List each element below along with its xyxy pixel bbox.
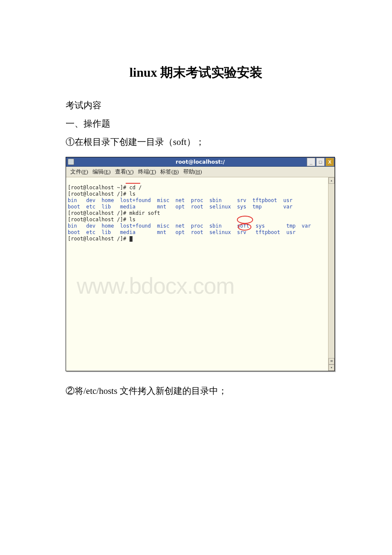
section-heading: 一、操作题 (66, 115, 326, 133)
term-line-dirs: boot etc lib media mnt opt root selinux … (68, 229, 296, 235)
scroll-thumb-icon[interactable]: ≡ (329, 358, 334, 364)
menu-help[interactable]: 帮助(H) (182, 168, 203, 176)
terminal-window: root@localhost:/ _ □ X 文件(F) 编辑(E) 查看(V)… (66, 157, 335, 371)
terminal-body[interactable]: [root@localhost ~]# cd / [root@localhost… (66, 177, 334, 371)
term-line-dirs: bin dev home lost+found misc net proc sb… (68, 197, 292, 203)
annotation-circle-srv (238, 223, 251, 231)
window-titlebar[interactable]: root@localhost:/ _ □ X (66, 157, 334, 167)
page-title: linux 期末考试实验安装 (66, 64, 326, 81)
term-line-dirs: boot etc lib media mnt opt root selinux … (68, 204, 292, 210)
minimize-button[interactable]: _ (307, 158, 315, 166)
menu-view[interactable]: 查看(V) (114, 168, 135, 176)
term-line: [root@localhost /]# ls (68, 191, 135, 197)
menu-file[interactable]: 文件(F) (69, 168, 89, 176)
term-line: [root@localhost ~]# cd / (68, 185, 141, 191)
menubar: 文件(F) 编辑(E) 查看(V) 终端(T) 标签(B) 帮助(H) (66, 167, 334, 177)
annotation-circle-soft (237, 216, 253, 224)
close-button[interactable]: X (326, 158, 334, 166)
maximize-button[interactable]: □ (316, 158, 325, 166)
annotation-underline-cd (126, 183, 140, 184)
menu-edit[interactable]: 编辑(E) (92, 168, 112, 176)
term-line-dirs: bin dev home lost+found misc net proc sb… (68, 223, 311, 229)
menu-terminal[interactable]: 终端(T) (137, 168, 157, 176)
window-title: root@localhost:/ (176, 159, 225, 165)
menu-tabs[interactable]: 标签(B) (159, 168, 179, 176)
scroll-down-icon[interactable]: ▾ (329, 364, 334, 371)
question-2: ②将/etc/hosts 文件拷入新创建的目录中； (66, 382, 326, 400)
scrollbar[interactable]: ▴ ≡ ▾ (328, 177, 334, 371)
term-prompt: [root@localhost /]# (68, 236, 133, 242)
term-line: [root@localhost /]# mkdir soft (68, 210, 160, 216)
subtitle: 考试内容 (66, 97, 326, 114)
terminal-icon (68, 159, 74, 165)
question-1: ①在根目录下创建一目录（soft）； (66, 133, 326, 151)
cursor-icon (130, 236, 133, 242)
watermark-text: www.bdocx.com (77, 272, 234, 300)
scroll-up-icon[interactable]: ▴ (329, 177, 334, 184)
term-line: [root@localhost /]# ls (68, 217, 135, 223)
